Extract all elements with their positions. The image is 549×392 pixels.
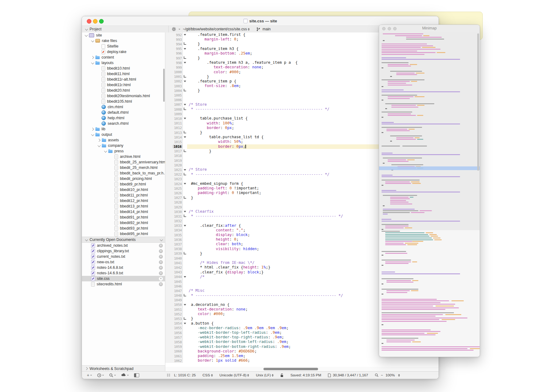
line-number-gutter[interactable]: 1037 — [165, 242, 183, 246]
line-number-gutter[interactable]: 995 — [165, 47, 183, 51]
line-number-gutter[interactable]: 1059 — [165, 344, 183, 349]
chevron-down-icon[interactable] — [98, 144, 101, 147]
tree-item-bbedit93-pr-html[interactable]: bbedit93_pr.html — [82, 226, 165, 231]
chevron-down-icon[interactable] — [91, 61, 94, 64]
line-number-gutter[interactable]: 1061 — [165, 354, 183, 358]
line-number-gutter[interactable]: 1058 — [165, 340, 183, 344]
fold-close-icon[interactable] — [183, 196, 187, 200]
tree-item-deploy-rake[interactable]: deploy.rake — [82, 49, 165, 55]
chevron-down-icon[interactable] — [91, 133, 94, 136]
tree-item-bbedit14-pr-html[interactable]: bbedit14_pr.html — [82, 209, 165, 215]
line-endings-popup[interactable]: Unix (LF) — [256, 373, 274, 377]
close-document-icon[interactable]: ✕ — [159, 249, 163, 253]
tree-item-bbedit13-pr-html[interactable]: bbedit13_pr.html — [82, 204, 165, 209]
fold-close-icon[interactable] — [183, 251, 187, 256]
recent-items-button[interactable] — [97, 373, 104, 377]
close-document-icon[interactable]: ✕ — [159, 277, 163, 281]
fold-open-icon[interactable] — [183, 135, 187, 139]
add-item-button[interactable]: + — [87, 373, 92, 377]
line-number-gutter[interactable]: 1022 — [165, 172, 183, 177]
line-number-gutter[interactable]: 1003 — [165, 84, 183, 88]
line-number-gutter[interactable]: 1000 — [165, 70, 183, 74]
open-doc-sitecredits-html[interactable]: sitecredits.html✕ — [82, 281, 165, 287]
fold-close-icon[interactable] — [183, 56, 187, 60]
line-number-gutter[interactable]: 996 — [165, 51, 183, 56]
tree-item-bbedit20-html[interactable]: bbedit20.html — [82, 88, 165, 93]
gear-icon[interactable] — [172, 27, 176, 31]
file-path-popup[interactable]: ~/git/bbsw/website/content/css/site.css — [183, 27, 250, 31]
tree-item-bbedit12-pr-html[interactable]: bbedit12_pr.html — [82, 198, 165, 204]
line-number-gutter[interactable]: 1023 — [165, 177, 183, 181]
tree-item-bbedit105-html[interactable]: bbedit105.html — [82, 99, 165, 104]
close-document-icon[interactable]: ✕ — [159, 271, 163, 275]
line-number-gutter[interactable]: 1018 — [165, 154, 183, 158]
tree-item-output[interactable]: output — [82, 132, 165, 137]
tree-item-bbedit-25-merch-html[interactable]: bbedit_25_merch.html — [82, 165, 165, 170]
fold-open-icon[interactable] — [183, 167, 187, 172]
line-number-gutter[interactable]: 1020 — [165, 163, 183, 167]
open-doc-notes-14-6-9-txt[interactable]: notes-14.6.9.txt✕ — [82, 270, 165, 276]
open-doc-current-notes-txt[interactable]: current_notes.txt✕ — [82, 254, 165, 259]
open-doc-site-css[interactable]: site.css✕ — [82, 276, 165, 281]
close-document-icon[interactable]: ✕ — [159, 255, 163, 259]
line-number-gutter[interactable]: 1038 — [165, 247, 183, 251]
line-number-gutter[interactable]: 1039 — [165, 251, 183, 256]
line-number-gutter[interactable]: 1032 — [165, 219, 183, 223]
line-number-gutter[interactable]: 1047 — [165, 288, 183, 293]
close-document-icon[interactable]: ✕ — [159, 266, 163, 270]
line-number-gutter[interactable]: 1056 — [165, 330, 183, 335]
line-number-gutter[interactable]: 1043 — [165, 270, 183, 275]
fold-open-icon[interactable] — [183, 321, 187, 326]
tree-item-bbedit11r-html[interactable]: bbedit11r.html — [82, 82, 165, 88]
line-number-gutter[interactable]: 1008 — [165, 107, 183, 112]
line-number-gutter[interactable]: 1052 — [165, 312, 183, 316]
sidebar-toggle-icon[interactable] — [134, 373, 139, 377]
window-controls-inactive[interactable] — [382, 27, 397, 30]
tree-item-content[interactable]: content — [82, 55, 165, 60]
close-document-icon[interactable]: ✕ — [159, 260, 163, 264]
line-number-gutter[interactable]: 1004 — [165, 88, 183, 93]
zoom-control[interactable]: − 100% — [375, 373, 400, 377]
line-number-gutter[interactable]: 1026 — [165, 191, 183, 195]
tree-item-press[interactable]: press — [82, 148, 165, 154]
line-number-gutter[interactable]: 1060 — [165, 349, 183, 354]
line-number-gutter[interactable]: 1053 — [165, 316, 183, 321]
tree-item-archive-html[interactable]: archive.html — [82, 154, 165, 159]
line-number-gutter[interactable]: 992 — [165, 32, 183, 37]
chevron-right-icon[interactable] — [91, 56, 94, 59]
tree-item-help-rhtml[interactable]: help.rhtml — [82, 115, 165, 121]
line-number-gutter[interactable]: 1035 — [165, 233, 183, 237]
minimap-title-bar[interactable]: Minimap — [379, 25, 480, 32]
fold-open-icon[interactable] — [183, 223, 187, 228]
fold-open-icon[interactable] — [183, 181, 187, 186]
chevron-down-icon[interactable] — [85, 33, 88, 36]
line-number-gutter[interactable]: 1019 — [165, 158, 183, 163]
fold-open-icon[interactable] — [183, 79, 187, 84]
minimap-scrollbar[interactable] — [477, 33, 479, 171]
line-number-gutter[interactable]: 1028 — [165, 200, 183, 205]
search-button[interactable] — [109, 373, 116, 377]
line-number-gutter[interactable]: 1034 — [165, 228, 183, 233]
line-number-gutter[interactable]: 1025 — [165, 186, 183, 191]
open-doc-clippings-library-txt[interactable]: clippings_library.txt✕ — [82, 248, 165, 254]
open-doc-notes-14-6-8-txt[interactable]: notes-14.6.8.txt✕ — [82, 265, 165, 270]
tree-item-bbedit20testimonials-html[interactable]: bbedit20testimonials.html — [82, 93, 165, 99]
tree-item-bbedit-25-anniversary-html[interactable]: bbedit_25_anniversary.html — [82, 159, 165, 165]
close-document-icon[interactable]: ✕ — [159, 244, 163, 248]
fold-close-icon[interactable] — [183, 74, 187, 79]
tree-item-bbedit92-pr-html[interactable]: bbedit92_pr.html — [82, 220, 165, 226]
tree-item-bbedit-back-to-mas-pr-h-[interactable]: bbedit_back_to_mas_pr.h… — [82, 170, 165, 176]
line-number-gutter[interactable]: 1002 — [165, 79, 183, 84]
chevron-right-icon[interactable] — [98, 139, 101, 142]
line-number-gutter[interactable]: 1036 — [165, 237, 183, 242]
line-number-gutter[interactable]: 1010 — [165, 116, 183, 121]
line-number-gutter[interactable]: 1016 — [165, 144, 183, 149]
line-number-gutter[interactable]: 1031 — [165, 214, 183, 219]
line-number-gutter[interactable]: 1029 — [165, 205, 183, 209]
line-number-gutter[interactable]: 1014 — [165, 135, 183, 139]
tree-item-bbedit11r-alt-html[interactable]: bbedit11r-alt.html — [82, 77, 165, 82]
collapse-chevron-icon[interactable] — [160, 238, 163, 241]
tree-item-bbedit10-pr-html[interactable]: bbedit10_pr.html — [82, 187, 165, 192]
line-number-gutter[interactable]: 1011 — [165, 121, 183, 126]
line-number-gutter[interactable]: 998 — [165, 60, 183, 65]
